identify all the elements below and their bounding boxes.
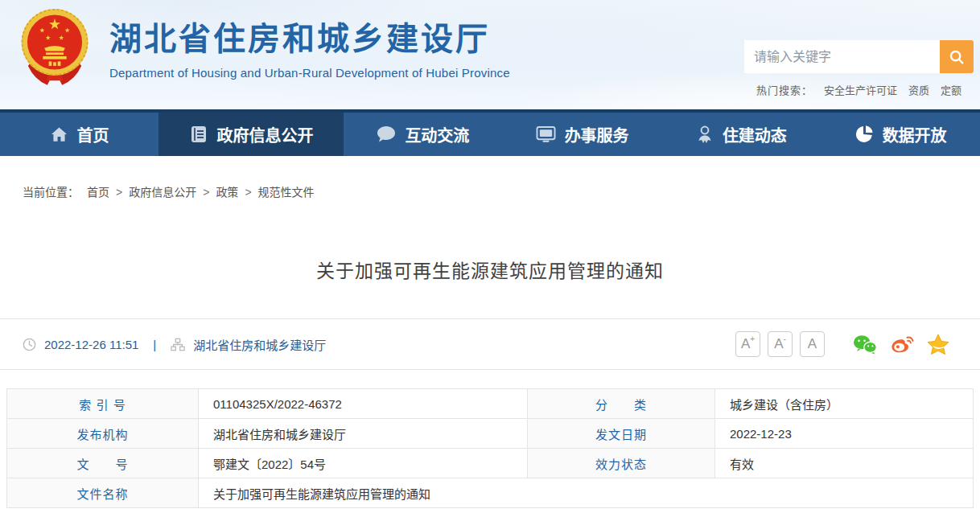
site-title: 湖北省住房和城乡建设厅 — [109, 13, 510, 60]
hot-search-label: 热门搜索： — [756, 84, 813, 96]
main-nav: 首页 政府信息公开 互动交流 办事 — [0, 109, 980, 156]
qzone-icon[interactable] — [927, 334, 949, 355]
field-label-document-title: 文件名称 — [7, 478, 199, 508]
nav-item-interaction[interactable]: 互动交流 — [344, 113, 503, 156]
breadcrumb-label: 当前位置： — [23, 186, 79, 199]
person-icon — [696, 125, 714, 144]
nav-item-gov-info[interactable]: 政府信息公开 — [159, 113, 344, 156]
nav-item-services[interactable]: 办事服务 — [503, 113, 662, 156]
brand-block: 湖北省住房和城乡建设厅 Department of Housing and Ur… — [109, 13, 510, 80]
article-title: 关于加强可再生能源建筑应用管理的通知 — [0, 256, 980, 283]
breadcrumb: 当前位置：首页>政府信息公开>政策>规范性文件 — [23, 183, 980, 199]
font-increase-button[interactable]: A+ — [735, 331, 760, 357]
font-decrease-button[interactable]: A- — [768, 331, 793, 357]
chat-icon — [377, 125, 396, 143]
search-icon — [948, 48, 966, 66]
hot-search-term-3[interactable]: 定额 — [941, 84, 961, 96]
search-bar — [744, 40, 974, 73]
field-label-issue-date: 发文日期 — [528, 419, 715, 449]
site-header: 湖北省住房和城乡建设厅 Department of Housing and Ur… — [0, 0, 980, 109]
font-reset-button[interactable]: A — [800, 331, 825, 357]
search-input[interactable] — [744, 40, 940, 73]
field-value-validity-status: 有效 — [715, 449, 974, 478]
field-label-category: 分 类 — [528, 389, 715, 419]
document-info-table: 索 引 号 01104325X/2022-46372 分 类 城乡建设（含住房）… — [6, 388, 974, 508]
pie-chart-icon — [854, 125, 874, 144]
hot-search: 热门搜索：安全生产许可证资质定额 — [756, 82, 961, 97]
hot-search-term-2[interactable]: 资质 — [908, 84, 929, 96]
field-value-issuing-agency: 湖北省住房和城乡建设厅 — [199, 419, 528, 449]
nav-item-open-data[interactable]: 数据开放 — [821, 113, 980, 156]
share-group — [853, 334, 949, 355]
breadcrumb-home[interactable]: 首页 — [87, 186, 109, 199]
field-label-document-number: 文 号 — [7, 449, 199, 478]
breadcrumb-normative-docs[interactable]: 规范性文件 — [258, 186, 315, 199]
table-row: 索 引 号 01104325X/2022-46372 分 类 城乡建设（含住房） — [7, 389, 974, 419]
article-tools: A+ A- A — [735, 331, 949, 357]
table-row: 文件名称 关于加强可再生能源建筑应用管理的通知 — [7, 478, 974, 508]
field-value-document-title: 关于加强可再生能源建筑应用管理的通知 — [199, 478, 974, 508]
wechat-icon[interactable] — [853, 334, 877, 355]
source-icon — [171, 338, 185, 351]
national-emblem-logo — [18, 5, 92, 88]
field-label-index-number: 索 引 号 — [7, 389, 199, 419]
search-button[interactable] — [940, 40, 974, 73]
article-meta: 2022-12-26 11:51 | 湖北省住房和城乡建设厅 — [23, 336, 326, 353]
field-value-category: 城乡建设（含住房） — [715, 389, 974, 419]
document-icon — [189, 125, 208, 144]
field-value-document-number: 鄂建文〔2022〕54号 — [199, 449, 528, 478]
article-meta-row: 2022-12-26 11:51 | 湖北省住房和城乡建设厅 A+ A- A — [0, 318, 980, 370]
table-row: 文 号 鄂建文〔2022〕54号 效力状态 有效 — [7, 449, 974, 478]
hot-search-term-1[interactable]: 安全生产许可证 — [824, 84, 897, 96]
field-label-validity-status: 效力状态 — [528, 449, 715, 478]
clock-icon — [23, 338, 36, 351]
field-value-issue-date: 2022-12-23 — [715, 419, 974, 449]
field-label-issuing-agency: 发布机构 — [7, 419, 199, 449]
weibo-icon[interactable] — [890, 334, 914, 355]
site-subtitle: Department of Housing and Urban-Rural De… — [109, 66, 510, 80]
table-row: 发布机构 湖北省住房和城乡建设厅 发文日期 2022-12-23 — [7, 419, 974, 449]
breadcrumb-policy[interactable]: 政策 — [216, 186, 238, 199]
nav-item-news[interactable]: 住建动态 — [662, 113, 821, 156]
nav-item-home[interactable]: 首页 — [0, 113, 159, 156]
monitor-icon — [536, 125, 556, 144]
breadcrumb-gov-info[interactable]: 政府信息公开 — [129, 186, 196, 199]
home-icon — [50, 125, 68, 144]
field-value-index-number: 01104325X/2022-46372 — [199, 389, 528, 419]
publish-datetime: 2022-12-26 11:51 — [44, 338, 138, 351]
publish-source: 湖北省住房和城乡建设厅 — [193, 336, 326, 353]
